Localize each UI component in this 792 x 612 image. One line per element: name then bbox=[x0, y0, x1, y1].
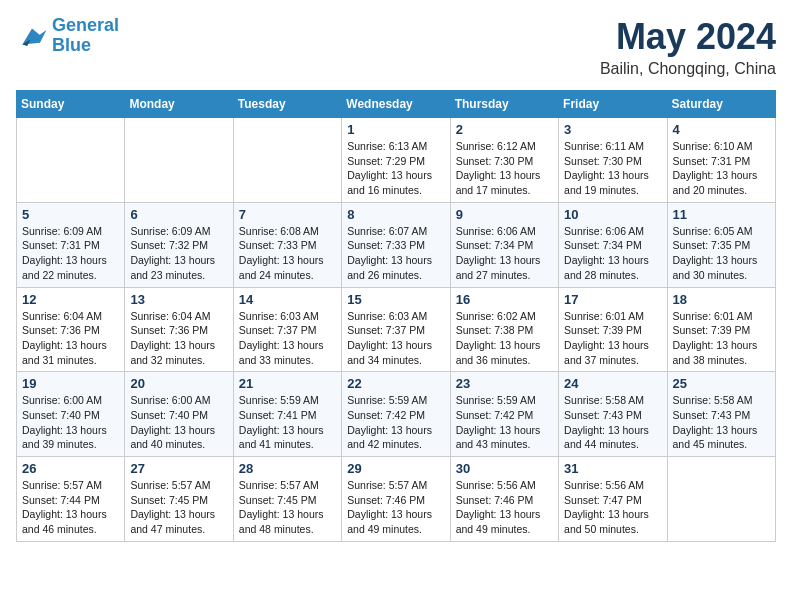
calendar-cell bbox=[667, 457, 775, 542]
day-info: Sunrise: 5:59 AM Sunset: 7:42 PM Dayligh… bbox=[456, 393, 553, 452]
day-info: Sunrise: 6:03 AM Sunset: 7:37 PM Dayligh… bbox=[239, 309, 336, 368]
day-number: 26 bbox=[22, 461, 119, 476]
day-info: Sunrise: 6:08 AM Sunset: 7:33 PM Dayligh… bbox=[239, 224, 336, 283]
day-number: 30 bbox=[456, 461, 553, 476]
day-number: 12 bbox=[22, 292, 119, 307]
calendar-cell: 29Sunrise: 5:57 AM Sunset: 7:46 PM Dayli… bbox=[342, 457, 450, 542]
day-info: Sunrise: 6:00 AM Sunset: 7:40 PM Dayligh… bbox=[22, 393, 119, 452]
day-number: 11 bbox=[673, 207, 770, 222]
day-number: 25 bbox=[673, 376, 770, 391]
day-number: 1 bbox=[347, 122, 444, 137]
day-info: Sunrise: 6:03 AM Sunset: 7:37 PM Dayligh… bbox=[347, 309, 444, 368]
calendar-cell: 21Sunrise: 5:59 AM Sunset: 7:41 PM Dayli… bbox=[233, 372, 341, 457]
calendar-cell: 19Sunrise: 6:00 AM Sunset: 7:40 PM Dayli… bbox=[17, 372, 125, 457]
day-info: Sunrise: 6:04 AM Sunset: 7:36 PM Dayligh… bbox=[130, 309, 227, 368]
day-info: Sunrise: 6:12 AM Sunset: 7:30 PM Dayligh… bbox=[456, 139, 553, 198]
calendar-cell: 13Sunrise: 6:04 AM Sunset: 7:36 PM Dayli… bbox=[125, 287, 233, 372]
page-header: General Blue May 2024 Bailin, Chongqing,… bbox=[16, 16, 776, 78]
day-number: 7 bbox=[239, 207, 336, 222]
day-info: Sunrise: 6:06 AM Sunset: 7:34 PM Dayligh… bbox=[456, 224, 553, 283]
calendar-cell: 4Sunrise: 6:10 AM Sunset: 7:31 PM Daylig… bbox=[667, 118, 775, 203]
day-number: 24 bbox=[564, 376, 661, 391]
calendar-cell: 8Sunrise: 6:07 AM Sunset: 7:33 PM Daylig… bbox=[342, 202, 450, 287]
day-info: Sunrise: 5:57 AM Sunset: 7:45 PM Dayligh… bbox=[130, 478, 227, 537]
day-number: 9 bbox=[456, 207, 553, 222]
calendar-day-header: Monday bbox=[125, 91, 233, 118]
day-info: Sunrise: 6:00 AM Sunset: 7:40 PM Dayligh… bbox=[130, 393, 227, 452]
calendar-cell: 11Sunrise: 6:05 AM Sunset: 7:35 PM Dayli… bbox=[667, 202, 775, 287]
day-info: Sunrise: 5:59 AM Sunset: 7:41 PM Dayligh… bbox=[239, 393, 336, 452]
day-number: 22 bbox=[347, 376, 444, 391]
day-info: Sunrise: 5:57 AM Sunset: 7:44 PM Dayligh… bbox=[22, 478, 119, 537]
calendar-day-header: Thursday bbox=[450, 91, 558, 118]
day-info: Sunrise: 6:04 AM Sunset: 7:36 PM Dayligh… bbox=[22, 309, 119, 368]
calendar-cell: 18Sunrise: 6:01 AM Sunset: 7:39 PM Dayli… bbox=[667, 287, 775, 372]
calendar-cell bbox=[233, 118, 341, 203]
calendar-cell bbox=[125, 118, 233, 203]
day-info: Sunrise: 6:07 AM Sunset: 7:33 PM Dayligh… bbox=[347, 224, 444, 283]
location: Bailin, Chongqing, China bbox=[600, 60, 776, 78]
day-number: 10 bbox=[564, 207, 661, 222]
calendar-cell: 17Sunrise: 6:01 AM Sunset: 7:39 PM Dayli… bbox=[559, 287, 667, 372]
calendar-day-header: Wednesday bbox=[342, 91, 450, 118]
calendar-cell: 24Sunrise: 5:58 AM Sunset: 7:43 PM Dayli… bbox=[559, 372, 667, 457]
calendar-day-header: Tuesday bbox=[233, 91, 341, 118]
day-info: Sunrise: 5:59 AM Sunset: 7:42 PM Dayligh… bbox=[347, 393, 444, 452]
day-number: 5 bbox=[22, 207, 119, 222]
day-info: Sunrise: 6:10 AM Sunset: 7:31 PM Dayligh… bbox=[673, 139, 770, 198]
calendar-cell: 10Sunrise: 6:06 AM Sunset: 7:34 PM Dayli… bbox=[559, 202, 667, 287]
day-number: 15 bbox=[347, 292, 444, 307]
day-number: 2 bbox=[456, 122, 553, 137]
calendar-cell: 28Sunrise: 5:57 AM Sunset: 7:45 PM Dayli… bbox=[233, 457, 341, 542]
calendar-week-row: 12Sunrise: 6:04 AM Sunset: 7:36 PM Dayli… bbox=[17, 287, 776, 372]
calendar-cell: 1Sunrise: 6:13 AM Sunset: 7:29 PM Daylig… bbox=[342, 118, 450, 203]
day-number: 27 bbox=[130, 461, 227, 476]
calendar-cell: 20Sunrise: 6:00 AM Sunset: 7:40 PM Dayli… bbox=[125, 372, 233, 457]
month-title: May 2024 bbox=[600, 16, 776, 58]
day-info: Sunrise: 6:11 AM Sunset: 7:30 PM Dayligh… bbox=[564, 139, 661, 198]
day-info: Sunrise: 5:58 AM Sunset: 7:43 PM Dayligh… bbox=[564, 393, 661, 452]
day-number: 16 bbox=[456, 292, 553, 307]
day-number: 21 bbox=[239, 376, 336, 391]
calendar-week-row: 19Sunrise: 6:00 AM Sunset: 7:40 PM Dayli… bbox=[17, 372, 776, 457]
day-info: Sunrise: 6:09 AM Sunset: 7:31 PM Dayligh… bbox=[22, 224, 119, 283]
calendar-cell: 23Sunrise: 5:59 AM Sunset: 7:42 PM Dayli… bbox=[450, 372, 558, 457]
day-number: 28 bbox=[239, 461, 336, 476]
calendar-cell: 14Sunrise: 6:03 AM Sunset: 7:37 PM Dayli… bbox=[233, 287, 341, 372]
calendar-cell: 5Sunrise: 6:09 AM Sunset: 7:31 PM Daylig… bbox=[17, 202, 125, 287]
calendar-day-header: Friday bbox=[559, 91, 667, 118]
calendar-week-row: 26Sunrise: 5:57 AM Sunset: 7:44 PM Dayli… bbox=[17, 457, 776, 542]
day-number: 19 bbox=[22, 376, 119, 391]
day-info: Sunrise: 5:57 AM Sunset: 7:46 PM Dayligh… bbox=[347, 478, 444, 537]
day-number: 13 bbox=[130, 292, 227, 307]
calendar-week-row: 1Sunrise: 6:13 AM Sunset: 7:29 PM Daylig… bbox=[17, 118, 776, 203]
day-number: 8 bbox=[347, 207, 444, 222]
calendar-cell: 22Sunrise: 5:59 AM Sunset: 7:42 PM Dayli… bbox=[342, 372, 450, 457]
day-number: 4 bbox=[673, 122, 770, 137]
calendar-day-header: Sunday bbox=[17, 91, 125, 118]
day-info: Sunrise: 6:02 AM Sunset: 7:38 PM Dayligh… bbox=[456, 309, 553, 368]
day-info: Sunrise: 6:09 AM Sunset: 7:32 PM Dayligh… bbox=[130, 224, 227, 283]
day-number: 3 bbox=[564, 122, 661, 137]
day-number: 6 bbox=[130, 207, 227, 222]
day-info: Sunrise: 6:01 AM Sunset: 7:39 PM Dayligh… bbox=[673, 309, 770, 368]
calendar-cell: 27Sunrise: 5:57 AM Sunset: 7:45 PM Dayli… bbox=[125, 457, 233, 542]
calendar-cell: 6Sunrise: 6:09 AM Sunset: 7:32 PM Daylig… bbox=[125, 202, 233, 287]
day-info: Sunrise: 5:58 AM Sunset: 7:43 PM Dayligh… bbox=[673, 393, 770, 452]
calendar-cell: 30Sunrise: 5:56 AM Sunset: 7:46 PM Dayli… bbox=[450, 457, 558, 542]
day-number: 23 bbox=[456, 376, 553, 391]
day-number: 18 bbox=[673, 292, 770, 307]
calendar-cell: 16Sunrise: 6:02 AM Sunset: 7:38 PM Dayli… bbox=[450, 287, 558, 372]
day-info: Sunrise: 6:13 AM Sunset: 7:29 PM Dayligh… bbox=[347, 139, 444, 198]
day-info: Sunrise: 6:01 AM Sunset: 7:39 PM Dayligh… bbox=[564, 309, 661, 368]
calendar-week-row: 5Sunrise: 6:09 AM Sunset: 7:31 PM Daylig… bbox=[17, 202, 776, 287]
day-info: Sunrise: 6:05 AM Sunset: 7:35 PM Dayligh… bbox=[673, 224, 770, 283]
svg-marker-0 bbox=[22, 28, 46, 44]
calendar-cell bbox=[17, 118, 125, 203]
calendar-cell: 15Sunrise: 6:03 AM Sunset: 7:37 PM Dayli… bbox=[342, 287, 450, 372]
day-number: 17 bbox=[564, 292, 661, 307]
logo-icon bbox=[16, 22, 48, 50]
day-number: 29 bbox=[347, 461, 444, 476]
calendar-header-row: SundayMondayTuesdayWednesdayThursdayFrid… bbox=[17, 91, 776, 118]
calendar-table: SundayMondayTuesdayWednesdayThursdayFrid… bbox=[16, 90, 776, 542]
